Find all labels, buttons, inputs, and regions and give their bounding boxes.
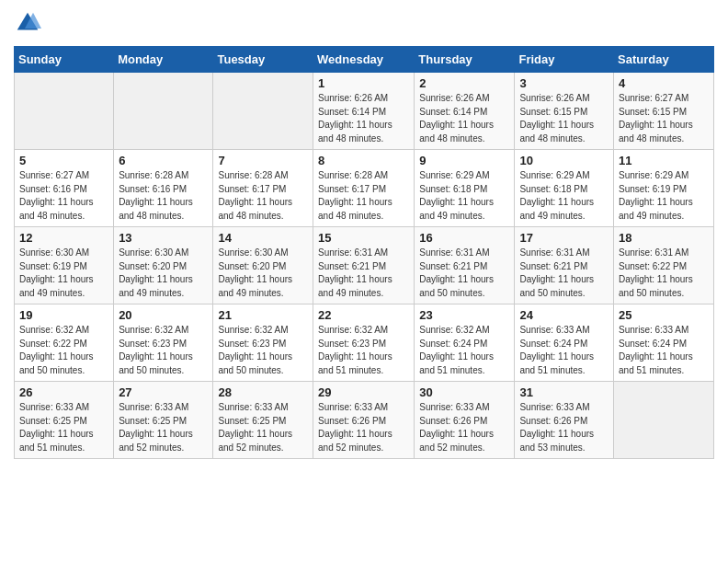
calendar-cell: 26Sunrise: 6:33 AM Sunset: 6:25 PM Dayli…	[15, 382, 114, 459]
day-info: Sunrise: 6:33 AM Sunset: 6:25 PM Dayligh…	[119, 401, 208, 454]
day-info: Sunrise: 6:27 AM Sunset: 6:16 PM Dayligh…	[19, 169, 108, 223]
page-header	[14, 9, 714, 37]
day-number: 7	[218, 154, 308, 167]
logo-icon	[14, 9, 41, 37]
calendar-cell: 7Sunrise: 6:28 AM Sunset: 6:17 PM Daylig…	[213, 150, 313, 227]
day-number: 8	[318, 154, 409, 167]
calendar-cell: 13Sunrise: 6:30 AM Sunset: 6:20 PM Dayli…	[114, 227, 213, 304]
day-number: 23	[419, 308, 509, 322]
calendar-cell: 2Sunrise: 6:26 AM Sunset: 6:14 PM Daylig…	[415, 73, 515, 150]
calendar-cell: 9Sunrise: 6:29 AM Sunset: 6:18 PM Daylig…	[415, 150, 515, 227]
calendar-cell: 1Sunrise: 6:26 AM Sunset: 6:14 PM Daylig…	[313, 73, 415, 150]
day-info: Sunrise: 6:31 AM Sunset: 6:21 PM Dayligh…	[419, 247, 509, 300]
weekday-header-sunday: Sunday	[15, 47, 114, 73]
logo	[14, 9, 44, 37]
day-info: Sunrise: 6:33 AM Sunset: 6:24 PM Dayligh…	[619, 324, 709, 377]
calendar-cell	[213, 73, 313, 150]
calendar-cell: 20Sunrise: 6:32 AM Sunset: 6:23 PM Dayli…	[114, 304, 213, 382]
day-number: 16	[419, 231, 509, 245]
calendar-cell: 4Sunrise: 6:27 AM Sunset: 6:15 PM Daylig…	[614, 73, 714, 150]
day-number: 29	[318, 385, 409, 399]
day-info: Sunrise: 6:26 AM Sunset: 6:15 PM Dayligh…	[519, 92, 609, 145]
day-number: 15	[318, 231, 409, 245]
calendar-cell: 5Sunrise: 6:27 AM Sunset: 6:16 PM Daylig…	[15, 150, 114, 227]
day-number: 1	[318, 76, 409, 90]
day-info: Sunrise: 6:32 AM Sunset: 6:23 PM Dayligh…	[218, 324, 308, 377]
day-info: Sunrise: 6:33 AM Sunset: 6:26 PM Dayligh…	[318, 401, 409, 454]
day-number: 31	[519, 385, 609, 399]
calendar-cell: 17Sunrise: 6:31 AM Sunset: 6:21 PM Dayli…	[515, 227, 614, 304]
calendar-table: SundayMondayTuesdayWednesdayThursdayFrid…	[14, 46, 714, 459]
day-info: Sunrise: 6:26 AM Sunset: 6:14 PM Dayligh…	[419, 92, 509, 145]
day-info: Sunrise: 6:31 AM Sunset: 6:21 PM Dayligh…	[519, 247, 609, 300]
calendar-week-4: 19Sunrise: 6:32 AM Sunset: 6:22 PM Dayli…	[15, 304, 714, 382]
calendar-cell: 16Sunrise: 6:31 AM Sunset: 6:21 PM Dayli…	[415, 227, 515, 304]
calendar-cell: 27Sunrise: 6:33 AM Sunset: 6:25 PM Dayli…	[114, 382, 213, 459]
day-number: 10	[519, 154, 609, 167]
day-info: Sunrise: 6:33 AM Sunset: 6:24 PM Dayligh…	[519, 324, 609, 377]
calendar-cell: 25Sunrise: 6:33 AM Sunset: 6:24 PM Dayli…	[614, 304, 714, 382]
calendar-cell: 3Sunrise: 6:26 AM Sunset: 6:15 PM Daylig…	[515, 73, 614, 150]
day-info: Sunrise: 6:28 AM Sunset: 6:17 PM Dayligh…	[318, 169, 409, 223]
day-info: Sunrise: 6:32 AM Sunset: 6:23 PM Dayligh…	[318, 324, 409, 377]
calendar-cell: 14Sunrise: 6:30 AM Sunset: 6:20 PM Dayli…	[213, 227, 313, 304]
day-number: 26	[19, 385, 108, 399]
day-number: 28	[218, 385, 308, 399]
weekday-header-thursday: Thursday	[415, 47, 515, 73]
day-info: Sunrise: 6:33 AM Sunset: 6:26 PM Dayligh…	[419, 401, 509, 454]
day-number: 25	[619, 308, 709, 322]
day-number: 9	[419, 154, 509, 167]
weekday-header-friday: Friday	[515, 47, 614, 73]
day-number: 17	[519, 231, 609, 245]
day-number: 14	[218, 231, 308, 245]
day-info: Sunrise: 6:31 AM Sunset: 6:21 PM Dayligh…	[318, 247, 409, 300]
calendar-cell: 19Sunrise: 6:32 AM Sunset: 6:22 PM Dayli…	[15, 304, 114, 382]
calendar-cell: 10Sunrise: 6:29 AM Sunset: 6:18 PM Dayli…	[515, 150, 614, 227]
day-info: Sunrise: 6:28 AM Sunset: 6:16 PM Dayligh…	[119, 169, 208, 223]
calendar-cell: 15Sunrise: 6:31 AM Sunset: 6:21 PM Dayli…	[313, 227, 415, 304]
day-info: Sunrise: 6:26 AM Sunset: 6:14 PM Dayligh…	[318, 92, 409, 145]
calendar-week-3: 12Sunrise: 6:30 AM Sunset: 6:19 PM Dayli…	[15, 227, 714, 304]
day-info: Sunrise: 6:32 AM Sunset: 6:22 PM Dayligh…	[19, 324, 108, 377]
calendar-cell: 8Sunrise: 6:28 AM Sunset: 6:17 PM Daylig…	[313, 150, 415, 227]
weekday-header-wednesday: Wednesday	[313, 47, 415, 73]
day-info: Sunrise: 6:28 AM Sunset: 6:17 PM Dayligh…	[218, 169, 308, 223]
calendar-cell: 29Sunrise: 6:33 AM Sunset: 6:26 PM Dayli…	[313, 382, 415, 459]
calendar-cell: 24Sunrise: 6:33 AM Sunset: 6:24 PM Dayli…	[515, 304, 614, 382]
calendar-header-row: SundayMondayTuesdayWednesdayThursdayFrid…	[15, 47, 714, 73]
calendar-cell: 12Sunrise: 6:30 AM Sunset: 6:19 PM Dayli…	[15, 227, 114, 304]
day-number: 3	[519, 76, 609, 90]
day-info: Sunrise: 6:33 AM Sunset: 6:25 PM Dayligh…	[218, 401, 308, 454]
calendar-cell: 22Sunrise: 6:32 AM Sunset: 6:23 PM Dayli…	[313, 304, 415, 382]
day-info: Sunrise: 6:32 AM Sunset: 6:24 PM Dayligh…	[419, 324, 509, 377]
day-number: 13	[119, 231, 208, 245]
day-number: 27	[119, 385, 208, 399]
weekday-header-monday: Monday	[114, 47, 213, 73]
calendar-cell: 18Sunrise: 6:31 AM Sunset: 6:22 PM Dayli…	[614, 227, 714, 304]
day-number: 22	[318, 308, 409, 322]
calendar-cell: 11Sunrise: 6:29 AM Sunset: 6:19 PM Dayli…	[614, 150, 714, 227]
day-number: 6	[119, 154, 208, 167]
calendar-week-5: 26Sunrise: 6:33 AM Sunset: 6:25 PM Dayli…	[15, 382, 714, 459]
page-container: SundayMondayTuesdayWednesdayThursdayFrid…	[0, 0, 728, 468]
calendar-cell: 6Sunrise: 6:28 AM Sunset: 6:16 PM Daylig…	[114, 150, 213, 227]
weekday-header-tuesday: Tuesday	[213, 47, 313, 73]
day-info: Sunrise: 6:31 AM Sunset: 6:22 PM Dayligh…	[619, 247, 709, 300]
calendar-cell	[614, 382, 714, 459]
day-info: Sunrise: 6:27 AM Sunset: 6:15 PM Dayligh…	[619, 92, 709, 145]
day-number: 4	[619, 76, 709, 90]
day-number: 21	[218, 308, 308, 322]
day-number: 18	[619, 231, 709, 245]
day-info: Sunrise: 6:30 AM Sunset: 6:19 PM Dayligh…	[19, 247, 108, 300]
day-number: 5	[19, 154, 108, 167]
weekday-header-saturday: Saturday	[614, 47, 714, 73]
day-info: Sunrise: 6:30 AM Sunset: 6:20 PM Dayligh…	[119, 247, 208, 300]
day-number: 30	[419, 385, 509, 399]
day-info: Sunrise: 6:29 AM Sunset: 6:18 PM Dayligh…	[419, 169, 509, 223]
day-number: 19	[19, 308, 108, 322]
calendar-week-2: 5Sunrise: 6:27 AM Sunset: 6:16 PM Daylig…	[15, 150, 714, 227]
day-number: 20	[119, 308, 208, 322]
calendar-week-1: 1Sunrise: 6:26 AM Sunset: 6:14 PM Daylig…	[15, 73, 714, 150]
calendar-cell: 30Sunrise: 6:33 AM Sunset: 6:26 PM Dayli…	[415, 382, 515, 459]
calendar-cell	[114, 73, 213, 150]
